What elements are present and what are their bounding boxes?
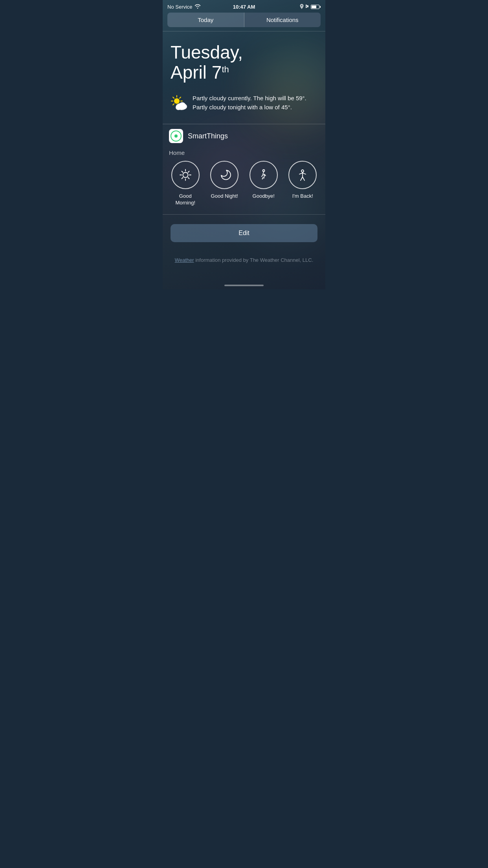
svg-line-5 — [173, 97, 174, 98]
edit-button[interactable]: Edit — [171, 224, 317, 242]
svg-line-20 — [182, 178, 183, 179]
edit-section: Edit — [163, 215, 325, 250]
svg-point-12 — [183, 173, 188, 178]
moon-icon — [218, 168, 231, 182]
actions-row: GoodMorning! Good Night! — [163, 161, 325, 214]
home-indicator — [224, 285, 264, 286]
svg-line-24 — [301, 177, 303, 180]
action-circle-im-back — [288, 161, 317, 189]
date-line2: April 7th — [171, 63, 317, 83]
svg-line-7 — [180, 97, 181, 98]
location-icon — [300, 4, 304, 10]
bluetooth-icon — [305, 4, 309, 10]
smartthings-title: SmartThings — [188, 132, 228, 140]
svg-line-19 — [188, 171, 189, 173]
svg-point-21 — [262, 170, 264, 172]
action-label-goodbye: Goodbye! — [253, 193, 275, 200]
tab-notifications[interactable]: Notifications — [244, 13, 321, 27]
status-left: No Service — [167, 4, 201, 10]
attribution-link[interactable]: Weather — [175, 257, 194, 263]
carrier-label: No Service — [167, 4, 193, 10]
battery-indicator — [311, 5, 321, 9]
action-circle-good-night — [210, 161, 238, 189]
tab-bar: Today Notifications — [167, 13, 321, 27]
date-section: Tuesday, April 7th — [163, 31, 325, 90]
status-time: 10:47 AM — [233, 4, 255, 10]
action-label-good-night: Good Night! — [211, 193, 238, 200]
action-label-good-morning: GoodMorning! — [175, 193, 195, 206]
screen: No Service 10:47 AM — [163, 0, 325, 289]
action-goodbye[interactable]: Goodbye! — [248, 161, 279, 206]
smartthings-header: SmartThings — [163, 124, 325, 148]
status-right — [300, 4, 321, 10]
weather-section: Partly cloudy currently. The high will b… — [163, 90, 325, 124]
home-label: Home — [163, 148, 325, 161]
action-circle-goodbye — [250, 161, 278, 189]
attribution-rest: information provided by The Weather Chan… — [194, 257, 314, 263]
svg-point-11 — [179, 102, 186, 109]
walk-icon — [257, 168, 270, 182]
attribution: Weather information provided by The Weat… — [163, 250, 325, 276]
action-circle-good-morning — [171, 161, 200, 189]
svg-line-8 — [173, 104, 174, 105]
svg-line-17 — [182, 171, 183, 173]
action-good-morning[interactable]: GoodMorning! — [170, 161, 201, 206]
svg-line-18 — [188, 178, 189, 179]
sun-icon — [179, 168, 192, 182]
smartthings-logo — [169, 129, 183, 143]
svg-point-0 — [174, 98, 180, 104]
weather-icon — [171, 95, 188, 113]
action-label-im-back: I'm Back! — [292, 193, 313, 200]
svg-line-25 — [303, 177, 305, 180]
status-bar: No Service 10:47 AM — [163, 0, 325, 13]
action-good-night[interactable]: Good Night! — [209, 161, 240, 206]
date-line1: Tuesday, — [171, 42, 317, 63]
weather-description: Partly cloudy currently. The high will b… — [193, 94, 317, 112]
person-icon — [296, 168, 309, 182]
wifi-icon — [194, 4, 201, 10]
tab-today[interactable]: Today — [167, 13, 244, 27]
action-im-back[interactable]: I'm Back! — [287, 161, 318, 206]
